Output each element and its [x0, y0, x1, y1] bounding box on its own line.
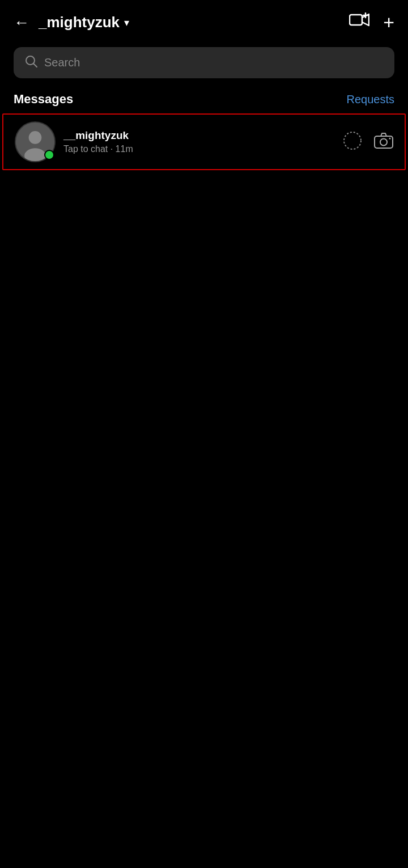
search-placeholder: Search — [44, 56, 80, 69]
conversation-subtitle: Tap to chat · 11m — [63, 144, 335, 154]
search-bar[interactable]: Search — [14, 47, 394, 78]
svg-rect-0 — [350, 15, 362, 25]
search-container: Search — [0, 43, 408, 87]
story-ring-icon[interactable] — [342, 130, 363, 153]
svg-point-3 — [26, 56, 35, 65]
svg-point-8 — [344, 132, 361, 149]
new-message-button[interactable]: + — [383, 11, 394, 33]
camera-icon[interactable] — [374, 132, 393, 151]
messages-label: Messages — [14, 92, 73, 107]
conversation-actions — [342, 130, 393, 153]
new-video-icon[interactable] — [349, 12, 369, 32]
username-row[interactable]: _mightyzuk ▾ — [39, 14, 129, 31]
online-indicator — [44, 150, 54, 160]
header-left: ← _mightyzuk ▾ — [14, 14, 129, 32]
section-header: Messages Requests — [0, 87, 408, 113]
svg-point-6 — [29, 131, 42, 144]
svg-point-10 — [380, 139, 387, 146]
svg-point-11 — [389, 138, 391, 140]
search-icon — [25, 55, 37, 70]
conversation-info: __mightyzuk Tap to chat · 11m — [63, 129, 335, 154]
conversation-username: __mightyzuk — [63, 129, 335, 142]
header-username: _mightyzuk — [39, 14, 120, 31]
requests-button[interactable]: Requests — [347, 93, 395, 106]
header: ← _mightyzuk ▾ + — [0, 0, 408, 43]
header-actions: + — [349, 11, 394, 33]
conversation-item[interactable]: __mightyzuk Tap to chat · 11m — [2, 113, 406, 170]
back-button[interactable]: ← — [14, 14, 29, 32]
chevron-down-icon: ▾ — [124, 16, 129, 29]
avatar-wrapper — [15, 121, 56, 162]
svg-line-4 — [34, 64, 37, 68]
